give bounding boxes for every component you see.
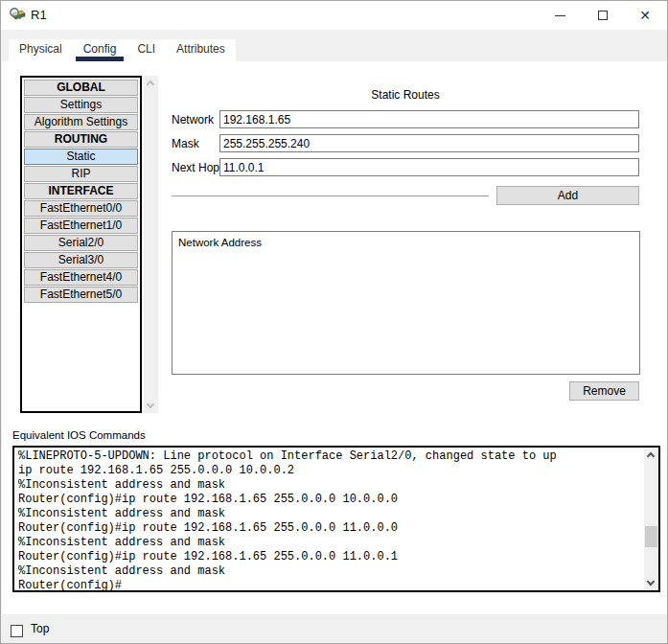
sidebar-item-serial3-0[interactable]: Serial3/0 [24,252,138,268]
ios-terminal-text: %LINEPROTO-5-UPDOWN: Line protocol on In… [14,448,644,590]
mask-input[interactable] [219,134,639,152]
tab-cli[interactable]: CLI [127,39,166,61]
close-icon: ✕ [639,9,651,22]
config-sidebar: GLOBALSettingsAlgorithm SettingsROUTINGS… [20,76,142,413]
network-label: Network [172,113,214,126]
footer-bar: Top [1,614,667,644]
static-routes-title: Static Routes [172,88,639,102]
next-hop-label: Next Hop [172,161,219,174]
title-bar: R1 ✕ [1,1,667,30]
tab-physical[interactable]: Physical [9,39,73,61]
terminal-scrollbar[interactable] [644,448,658,590]
add-button[interactable]: Add [496,186,639,205]
maximize-button[interactable] [584,1,622,30]
route-list[interactable]: Network Address [172,231,640,375]
sidebar-scrollbar[interactable] [144,76,158,413]
sidebar-item-fastethernet4-0[interactable]: FastEthernet4/0 [24,269,138,286]
scrollbar-thumb[interactable] [645,526,657,547]
form-separator [172,196,489,196]
top-checkbox[interactable] [11,625,23,637]
ios-commands-label: Equivalent IOS Commands [12,429,146,441]
device-config-window: R1 ✕ PhysicalConfigCLIAttributes GLOBALS… [0,0,668,644]
sidebar-item-static[interactable]: Static [24,149,138,165]
tab-bar: PhysicalConfigCLIAttributes [9,39,236,61]
sidebar-item-global[interactable]: GLOBAL [24,80,138,96]
tab-config[interactable]: Config [73,39,127,61]
scroll-up-icon[interactable] [147,80,154,88]
sidebar-item-algorithm-settings[interactable]: Algorithm Settings [24,114,138,130]
window-title: R1 [31,1,47,30]
route-list-header: Network Address [178,237,262,248]
sidebar-item-fastethernet5-0[interactable]: FastEthernet5/0 [24,287,138,303]
mask-label: Mask [172,137,199,150]
remove-button[interactable]: Remove [569,381,639,401]
sidebar-item-fastethernet1-0[interactable]: FastEthernet1/0 [24,218,138,234]
scroll-down-icon[interactable] [647,578,655,586]
network-input[interactable] [219,110,639,128]
minimize-button[interactable] [541,1,579,30]
sidebar-item-settings[interactable]: Settings [24,97,138,113]
close-button[interactable]: ✕ [626,1,664,30]
next-hop-input[interactable] [219,158,639,176]
sidebar-item-routing[interactable]: ROUTING [24,131,138,148]
tab-attributes[interactable]: Attributes [166,39,236,61]
ios-terminal[interactable]: %LINEPROTO-5-UPDOWN: Line protocol on In… [12,446,660,592]
sidebar-item-fastethernet0-0[interactable]: FastEthernet0/0 [24,200,138,217]
scroll-down-icon[interactable] [147,401,154,408]
sidebar-item-interface[interactable]: INTERFACE [24,183,138,199]
minimize-icon [555,15,565,16]
scroll-up-icon[interactable] [647,452,655,460]
sidebar-item-serial2-0[interactable]: Serial2/0 [24,235,138,251]
top-checkbox-label: Top [31,622,49,635]
sidebar-item-rip[interactable]: RIP [24,166,138,182]
router-magnifier-icon [9,7,26,24]
maximize-icon [598,11,608,20]
